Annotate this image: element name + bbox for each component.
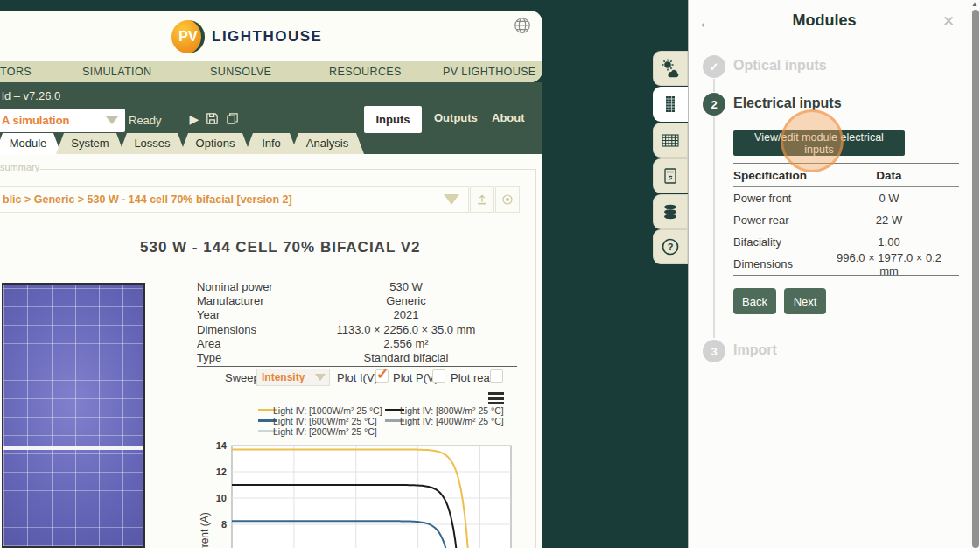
side-tab-database[interactable] bbox=[653, 194, 688, 229]
tab-analysis[interactable]: Analysis bbox=[290, 133, 364, 154]
svg-text:14: 14 bbox=[216, 440, 228, 451]
legend-entry: Light IV: [600W/m² 25 °C] bbox=[273, 416, 377, 426]
electrical-spec-table: Specification Data Power front0 W Power … bbox=[733, 163, 959, 276]
svg-text:8: 8 bbox=[221, 519, 227, 530]
step-1-label[interactable]: Optical inputs bbox=[733, 58, 827, 74]
module-image-midline bbox=[4, 446, 144, 450]
close-icon[interactable]: ✕ bbox=[942, 12, 955, 31]
plot-iv-label: Plot I(V) bbox=[337, 371, 378, 384]
outputs-button[interactable]: Outputs bbox=[434, 111, 478, 124]
iv-curve-chart: 1412108Current (A) bbox=[194, 435, 525, 548]
nav-item-simulation[interactable]: SIMULATION bbox=[82, 66, 151, 78]
app-version: ld – v7.26.0 bbox=[2, 89, 60, 102]
module-summary-section: summary blic > Generic > 530 W - 144 cel… bbox=[0, 154, 542, 548]
step-2-label[interactable]: Electrical inputs bbox=[733, 95, 842, 111]
logo-text: LIGHTHOUSE bbox=[212, 28, 322, 46]
module-icon bbox=[660, 94, 681, 115]
status-text: Ready bbox=[129, 114, 162, 127]
upload-module-button[interactable] bbox=[470, 186, 494, 213]
table-header-row: Specification Data bbox=[733, 164, 959, 187]
svg-text:Current (A): Current (A) bbox=[199, 512, 211, 548]
step-1-badge[interactable]: ✓ bbox=[703, 55, 725, 78]
legend-entry: Light IV: [1000W/m² 25 °C] bbox=[273, 405, 382, 416]
modules-wizard-panel: ← Modules ✕ ✓ Optical inputs 2 Electrica… bbox=[688, 0, 980, 548]
table-row: Power rear22 W bbox=[733, 209, 959, 231]
globe-icon[interactable] bbox=[513, 16, 532, 35]
svg-text:10: 10 bbox=[216, 493, 227, 503]
side-tab-inverter[interactable] bbox=[653, 158, 688, 193]
inputs-button[interactable]: Inputs bbox=[364, 106, 422, 133]
data-header: Data bbox=[831, 169, 959, 182]
module-select-field[interactable]: blic > Generic > 530 W - 144 cell 70% bi… bbox=[0, 186, 469, 213]
simulation-dropdown[interactable]: A simulation bbox=[0, 109, 125, 132]
plot-rear-label: Plot rear bbox=[451, 371, 494, 384]
side-tab-array[interactable] bbox=[653, 123, 688, 158]
step-3-badge[interactable]: 3 bbox=[703, 340, 725, 362]
simulation-value: A simulation bbox=[0, 114, 106, 127]
tab-info[interactable]: Info bbox=[245, 133, 298, 154]
help-icon: ? bbox=[660, 236, 681, 257]
svg-text:12: 12 bbox=[216, 467, 227, 477]
sweep-mode-dropdown[interactable]: Intensity bbox=[256, 369, 330, 386]
module-title: 530 W - 144 CELL 70% BIFACIAL V2 bbox=[140, 239, 420, 256]
plot-rear-checkbox[interactable] bbox=[490, 369, 503, 383]
tutorial-highlight-circle bbox=[780, 109, 844, 172]
save-icon[interactable] bbox=[204, 111, 220, 127]
module-image bbox=[2, 283, 145, 548]
tab-losses[interactable]: Losses bbox=[119, 133, 186, 154]
view-module-button[interactable] bbox=[495, 186, 520, 213]
module-info-table: Nominal power530 W ManufacturerGeneric Y… bbox=[197, 278, 517, 367]
check-icon: ✓ bbox=[376, 365, 388, 383]
toolbar: ld – v7.26.0 A simulation Ready ▶ Inputs… bbox=[0, 82, 542, 154]
array-icon bbox=[660, 130, 681, 151]
run-icon[interactable]: ▶ bbox=[186, 111, 202, 127]
side-tab-help[interactable]: ? bbox=[653, 229, 688, 264]
step-3-label[interactable]: Import bbox=[733, 342, 777, 358]
sun-cloud-icon bbox=[660, 58, 681, 79]
fieldset-legend: summary bbox=[0, 162, 39, 172]
nav-item-pv-lighthouse[interactable]: PV LIGHTHOUSE bbox=[443, 66, 536, 78]
plot-iv-checkbox[interactable]: ✓ bbox=[375, 369, 388, 383]
legend-entry: Light IV: [400W/m² 25 °C] bbox=[400, 416, 504, 426]
table-row: TypeStandard bifacial bbox=[197, 350, 517, 364]
step-connector bbox=[713, 116, 715, 338]
table-row: Area2.556 m² bbox=[197, 336, 517, 350]
about-button[interactable]: About bbox=[492, 111, 525, 124]
sweep-mode-value: Intensity bbox=[257, 371, 315, 383]
database-icon bbox=[660, 201, 681, 222]
logo[interactable]: PV LIGHTHOUSE bbox=[172, 19, 322, 54]
sweep-label: Sweep bbox=[225, 371, 260, 384]
tab-options[interactable]: Options bbox=[180, 133, 250, 154]
copy-icon[interactable] bbox=[224, 111, 240, 127]
table-row: Dimensions1133.0 × 2256.0 × 35.0 mm bbox=[197, 322, 517, 336]
back-button[interactable]: Back bbox=[733, 288, 776, 314]
panel-scrollbar[interactable]: ▲ bbox=[969, 0, 980, 548]
tab-system[interactable]: System bbox=[56, 133, 124, 154]
header-card: PV LIGHTHOUSE TORS SIMULATION SUNSOLVE R… bbox=[0, 11, 542, 82]
scroll-up-icon[interactable]: ▲ bbox=[971, 0, 978, 8]
inverter-icon bbox=[660, 165, 681, 186]
fieldset-border bbox=[40, 169, 536, 170]
main-nav: TORS SIMULATION SUNSOLVE RESOURCES PV LI… bbox=[0, 61, 542, 82]
step-connector bbox=[713, 79, 715, 92]
table-row: Power front0 W bbox=[733, 187, 959, 209]
nav-item-calculators[interactable]: TORS bbox=[0, 66, 32, 78]
table-row: Bifaciality1.00 bbox=[733, 231, 959, 253]
side-tab-weather[interactable] bbox=[653, 51, 688, 86]
nav-item-resources[interactable]: RESOURCES bbox=[329, 66, 402, 78]
side-tab-modules[interactable] bbox=[653, 87, 688, 122]
app-screen: PV LIGHTHOUSE TORS SIMULATION SUNSOLVE R… bbox=[0, 0, 980, 548]
tab-module[interactable]: Module bbox=[0, 133, 61, 154]
step-2-badge[interactable]: 2 bbox=[703, 93, 725, 116]
nav-item-sunsolve[interactable]: SUNSOLVE bbox=[210, 66, 271, 78]
chevron-down-icon bbox=[444, 194, 459, 205]
svg-text:?: ? bbox=[668, 242, 674, 252]
table-row: ManufacturerGeneric bbox=[197, 293, 517, 307]
plot-pv-checkbox[interactable] bbox=[432, 369, 445, 383]
legend-entry: Light IV: [800W/m² 25 °C] bbox=[400, 405, 504, 416]
scrollbar-thumb[interactable] bbox=[972, 10, 979, 548]
fieldset-border-right bbox=[536, 169, 536, 548]
next-button[interactable]: Next bbox=[784, 288, 826, 314]
panel-title: Modules bbox=[689, 11, 960, 30]
module-breadcrumb: blic > Generic > 530 W - 144 cell 70% bi… bbox=[0, 193, 444, 206]
